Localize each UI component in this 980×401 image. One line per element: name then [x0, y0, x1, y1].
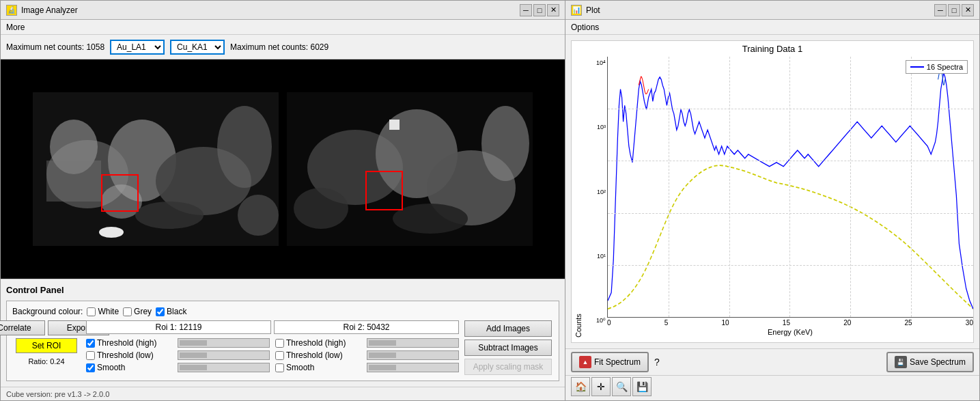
white-checkbox[interactable] [87, 307, 96, 316]
menu-bar: More [1, 20, 565, 35]
left-smooth-checkbox[interactable] [86, 363, 95, 372]
y-tick-4: 10⁴ [596, 59, 606, 66]
right-channel-dropdown[interactable]: Cu_KA1 Au_LA1 [170, 40, 225, 55]
svg-point-9 [238, 195, 279, 236]
left-smooth-slider[interactable] [178, 363, 270, 372]
grey-option[interactable]: Grey [123, 307, 152, 316]
pan-icon-button[interactable]: ✛ [591, 377, 611, 396]
svg-point-4 [217, 106, 272, 188]
left-smooth-label[interactable]: Smooth [86, 363, 175, 372]
y-tick-3: 10³ [597, 124, 606, 130]
save-spectrum-icon: 💾 [895, 356, 907, 368]
y-tick-0: 10⁰ [596, 317, 606, 324]
add-images-button[interactable]: Add Images [464, 320, 552, 337]
right-threshold-low-row: Threshold (low) [275, 350, 459, 360]
left-threshold-low-label[interactable]: Threshold (low) [86, 350, 175, 360]
home-icon-button[interactable]: 🏠 [571, 377, 590, 396]
x-tick-5: 5 [664, 319, 669, 327]
right-buttons-group: Add Images Subtract Images Apply scaling… [464, 320, 553, 375]
x-axis-label: Energy (KeV) [607, 327, 973, 337]
right-roi-box[interactable] [365, 171, 403, 210]
right-image-svg [287, 92, 533, 246]
plot-minimize-button[interactable]: ─ [934, 4, 947, 16]
save-spectrum-label: Save Spectrum [910, 357, 966, 367]
right-smooth-label[interactable]: Smooth [275, 363, 364, 372]
white-label: White [98, 307, 119, 316]
right-smooth-checkbox[interactable] [275, 363, 284, 372]
more-menu[interactable]: More [6, 23, 25, 32]
left-smooth-row: Smooth [86, 363, 270, 372]
left-channel-dropdown[interactable]: Au_LA1 Cu_KA1 [110, 40, 165, 55]
right-threshold-low-slider[interactable] [367, 350, 459, 360]
right-threshold-high-slider[interactable] [367, 338, 459, 348]
left-threshold-low-row: Threshold (low) [86, 350, 270, 360]
plot-window: 📊 Plot ─ □ ✕ Options Training Data 1 Cou… [565, 0, 980, 401]
zoom-icon-button[interactable]: 🔍 [612, 377, 631, 396]
grid-h-2 [608, 161, 973, 161]
subtract-images-button[interactable]: Subtract Images [464, 340, 552, 356]
plot-close-button[interactable]: ✕ [962, 4, 974, 16]
grid-h-4 [608, 265, 973, 266]
chart-plot-area: 16 Spectra [607, 57, 973, 318]
right-threshold-high-checkbox[interactable] [275, 339, 284, 348]
close-button[interactable]: ✕ [547, 4, 559, 16]
left-threshold-high-label[interactable]: Threshold (high) [86, 338, 175, 348]
grid-v-1 [669, 57, 669, 317]
fit-spectrum-button[interactable]: ▲ Fit Spectrum [571, 352, 649, 372]
roi1-label: Roi 1: 12119 [86, 320, 271, 334]
right-smooth-row: Smooth [275, 363, 459, 372]
image-analyzer-title: Image Analyzer [21, 5, 78, 15]
plot-title: Plot [586, 5, 600, 15]
y-tick-1: 10¹ [597, 253, 606, 260]
right-threshold-low-checkbox[interactable] [275, 351, 284, 360]
grid-h-3 [608, 213, 973, 214]
roi-row: Roi 1: 12119 Roi 2: 50432 [86, 320, 459, 334]
spectrum-svg [608, 57, 973, 317]
left-threshold-high-checkbox[interactable] [86, 339, 95, 348]
left-roi-box[interactable] [101, 174, 139, 212]
status-bar: Cube version: pre v1.3 -> 2.0.0 [1, 387, 565, 400]
right-smooth-slider[interactable] [367, 363, 459, 372]
x-tick-0: 0 [607, 319, 611, 327]
black-option[interactable]: Black [156, 307, 186, 316]
plot-toolbar-icons: 🏠 ✛ 🔍 💾 [565, 375, 979, 400]
white-option[interactable]: White [87, 307, 119, 316]
plot-app-icon: 📊 [571, 5, 582, 16]
plot-title-bar: 📊 Plot ─ □ ✕ [565, 1, 979, 20]
save-spectrum-button[interactable]: 💾 Save Spectrum [886, 352, 974, 372]
grid-v-3 [789, 57, 790, 317]
correlate-button[interactable]: Correlate [0, 320, 45, 335]
options-menu[interactable]: Options [571, 23, 599, 32]
grid-h-1 [608, 109, 973, 109]
fit-spectrum-icon: ▲ [579, 356, 591, 368]
left-threshold-low-slider[interactable] [178, 350, 270, 360]
black-checkbox[interactable] [156, 307, 165, 316]
save-icon-button[interactable]: 💾 [632, 377, 652, 396]
svg-point-8 [135, 202, 204, 229]
left-threshold-high-slider[interactable] [178, 338, 270, 348]
y-tick-2: 10² [597, 189, 606, 195]
background-colour-row: Background colour: White Grey Black [12, 307, 553, 316]
ratio-label: Ratio: 0.24 [28, 357, 64, 365]
plot-menu-bar: Options [565, 20, 979, 35]
image-display-area [1, 59, 565, 279]
help-label[interactable]: ? [654, 357, 660, 368]
left-threshold-low-checkbox[interactable] [86, 351, 95, 360]
x-tick-20: 20 [843, 319, 851, 327]
svg-rect-17 [389, 120, 400, 130]
right-threshold-low-label[interactable]: Threshold (low) [275, 350, 364, 360]
left-buttons-group: Correlate Export Set ROI Ratio: 0.24 [12, 320, 81, 375]
left-image-svg [33, 92, 279, 246]
max-counts-right-label: Maximum net counts: 6029 [230, 42, 328, 52]
x-tick-30: 30 [966, 319, 973, 327]
grey-checkbox[interactable] [123, 307, 132, 316]
max-counts-left-label: Maximum net counts: 1058 [6, 42, 104, 52]
set-roi-button[interactable]: Set ROI [16, 338, 77, 353]
control-panel-main: Correlate Export Set ROI Ratio: 0.24 Roi… [12, 320, 553, 375]
x-tick-10: 10 [722, 319, 729, 327]
plot-maximize-button[interactable]: □ [948, 4, 960, 16]
center-controls: Roi 1: 12119 Roi 2: 50432 Threshold (hig… [86, 320, 459, 375]
right-threshold-high-label[interactable]: Threshold (high) [275, 338, 364, 348]
minimize-button[interactable]: ─ [520, 4, 532, 16]
maximize-button[interactable]: □ [533, 4, 546, 16]
